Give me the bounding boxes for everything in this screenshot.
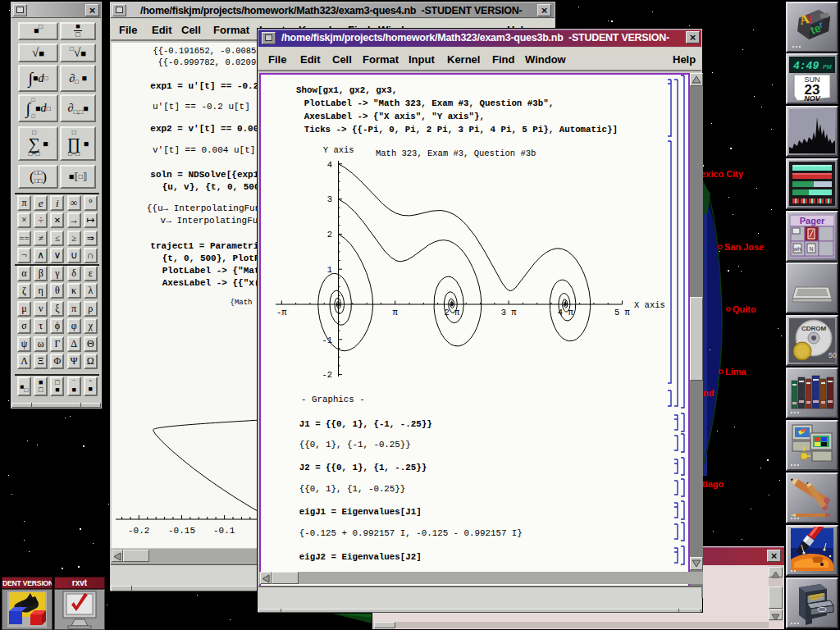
svg-text:eigJ1 = Eigenvalues[J1]: eigJ1 = Eigenvalues[J1]	[299, 507, 422, 517]
svg-text:-π: -π	[276, 308, 287, 317]
svg-text:Quito: Quito	[733, 304, 756, 314]
svg-text:Show[gx1, gx2, gx3,: Show[gx1, gx2, gx3,	[296, 85, 397, 95]
svg-text:nd: nd	[703, 388, 714, 398]
svg-text:PlotLabel -> "Math 323, Exam #: PlotLabel -> "Math 323, Exam #3, Questio…	[304, 98, 555, 108]
svg-text:Y axis: Y axis	[323, 145, 354, 155]
svg-text:tiago: tiago	[702, 479, 724, 489]
svg-text:4: 4	[327, 160, 332, 170]
svg-text:3 π: 3 π	[501, 308, 518, 317]
svg-text:{-0.125 + 0.992157 I, -0.125 -: {-0.125 + 0.992157 I, -0.125 - 0.992157 …	[299, 528, 523, 538]
svg-text:4 π: 4 π	[558, 308, 574, 317]
svg-text:J2 = {{0, 1}, {1, -.25}}: J2 = {{0, 1}, {1, -.25}}	[299, 463, 427, 472]
svg-text:CDROM: CDROM	[801, 325, 827, 332]
svg-text:San Jose: San Jose	[724, 242, 764, 252]
svg-text:Ticks -> {{-Pi, 0, Pi, 2 Pi, 3: Ticks -> {{-Pi, 0, Pi, 2 Pi, 3 Pi, 4 Pi,…	[304, 125, 618, 135]
svg-text:X axis: X axis	[634, 300, 665, 310]
svg-text:-2: -2	[322, 370, 332, 380]
svg-text:2: 2	[327, 230, 332, 240]
svg-text:50: 50	[829, 351, 837, 359]
svg-text:- Graphics -: - Graphics -	[301, 395, 365, 404]
svg-text:-0.15: -0.15	[168, 526, 195, 536]
svg-text:-0.1: -0.1	[213, 526, 235, 536]
svg-text:4:49: 4:49	[793, 60, 819, 72]
svg-text:N: N	[809, 246, 813, 252]
svg-text:-1: -1	[322, 336, 332, 345]
svg-text:3: 3	[327, 194, 332, 204]
svg-text:{{0, 1}, {1, -0.25}}: {{0, 1}, {1, -0.25}}	[299, 484, 406, 494]
svg-text:π: π	[393, 308, 399, 317]
svg-text:2 π: 2 π	[444, 308, 460, 317]
svg-text:{{0, 1}, {-1, -0.25}}: {{0, 1}, {-1, -0.25}}	[299, 440, 411, 450]
svg-text:-0.2: -0.2	[128, 526, 149, 536]
svg-text:Lima: Lima	[725, 367, 747, 377]
svg-text:5 π: 5 π	[614, 308, 631, 317]
svg-text:1: 1	[327, 265, 332, 275]
svg-text:PM: PM	[823, 64, 832, 70]
svg-text:Pager: Pager	[800, 216, 825, 226]
svg-text:AxesLabel -> {"X axis", "Y axi: AxesLabel -> {"X axis", "Y axis"},	[304, 112, 485, 121]
svg-text:wh: wh	[793, 246, 801, 252]
svg-text:Math 323, Exam #3, Question #3: Math 323, Exam #3, Question #3b	[376, 148, 536, 158]
svg-text:eigJ2 = Eigenvalues[J2]: eigJ2 = Eigenvalues[J2]	[299, 552, 422, 562]
svg-text:NOV: NOV	[804, 94, 821, 103]
svg-text:J1 = {{0, 1}, {-1, -.25}}: J1 = {{0, 1}, {-1, -.25}}	[299, 419, 432, 429]
